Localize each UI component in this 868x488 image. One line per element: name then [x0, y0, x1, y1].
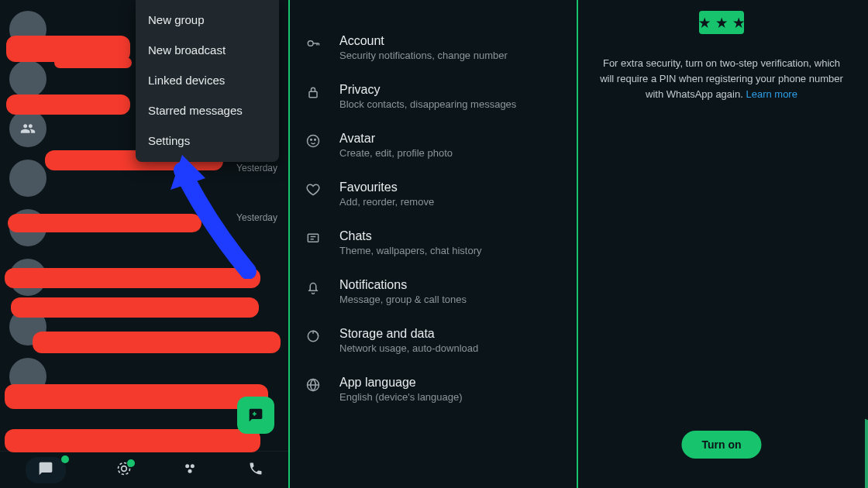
redaction: [6, 95, 130, 115]
redaction: [5, 268, 260, 288]
new-chat-fab[interactable]: [237, 397, 274, 434]
settings-sub: Security notifications, change number: [339, 50, 508, 61]
svg-point-7: [308, 136, 319, 147]
settings-sub: Network usage, auto-download: [339, 342, 478, 354]
menu-item-new-group[interactable]: New group: [136, 5, 279, 35]
redaction: [5, 429, 260, 452]
calls-icon: [248, 461, 264, 476]
turn-on-button[interactable]: Turn on: [681, 431, 761, 459]
globe-icon: [305, 377, 327, 396]
lock-icon: [305, 84, 327, 103]
chat-list-panel: Yesterday Yesterday: [0, 0, 288, 488]
menu-item-settings[interactable]: Settings: [136, 125, 279, 156]
two-step-description: For extra security, turn on two-step ver…: [578, 56, 865, 102]
settings-item-storage[interactable]: Storage and dataNetwork usage, auto-down…: [290, 316, 577, 365]
settings-title: Avatar: [339, 132, 453, 146]
redaction: [8, 214, 202, 232]
redaction: [5, 384, 268, 409]
settings-sub: Theme, wallpapers, chat history: [339, 245, 482, 256]
unread-dot: [127, 459, 135, 467]
heart-icon: [305, 182, 327, 201]
key-icon: [305, 36, 327, 54]
settings-sub: Block contacts, disappearing messages: [339, 98, 516, 110]
new-chat-icon: [248, 407, 264, 423]
redaction: [54, 57, 132, 68]
pin-star: ★: [733, 15, 744, 30]
svg-point-4: [188, 469, 191, 473]
chat-timestamp: Yesterday: [236, 212, 277, 223]
unread-dot: [61, 455, 69, 463]
pin-star: ★: [699, 15, 710, 30]
redaction: [11, 297, 259, 318]
settings-title: Storage and data: [339, 327, 478, 341]
avatar-icon: [305, 133, 327, 152]
settings-sub: Create, edit, profile photo: [339, 147, 453, 159]
svg-point-5: [308, 41, 313, 46]
pin-star: ★: [716, 15, 727, 30]
svg-point-9: [315, 139, 316, 141]
svg-rect-10: [308, 234, 318, 242]
settings-item-notifications[interactable]: NotificationsMessage, group & call tones: [290, 267, 577, 316]
nav-updates[interactable]: [116, 461, 132, 479]
menu-item-new-broadcast[interactable]: New broadcast: [136, 35, 279, 65]
overflow-menu: New group New broadcast Linked devices S…: [136, 0, 279, 162]
bottom-nav: [0, 451, 288, 488]
menu-item-linked-devices[interactable]: Linked devices: [136, 65, 279, 95]
nav-communities[interactable]: [182, 461, 198, 479]
svg-point-0: [121, 466, 126, 471]
avatar[interactable]: [9, 160, 46, 197]
settings-sub: Message, group & call tones: [339, 294, 467, 305]
settings-sub: English (device's language): [339, 391, 463, 403]
settings-item-account[interactable]: AccountSecurity notifications, change nu…: [290, 23, 577, 72]
two-step-panel: ★ ★ ★ For extra security, turn on two-st…: [577, 0, 865, 488]
redaction: [33, 332, 281, 353]
settings-title: Notifications: [339, 278, 467, 292]
chat-icon: [38, 461, 53, 476]
communities-icon: [182, 461, 198, 476]
nav-calls[interactable]: [248, 461, 264, 479]
settings-title: Favourites: [339, 180, 434, 194]
avatar[interactable]: [9, 110, 46, 147]
svg-point-2: [185, 464, 189, 468]
avatar[interactable]: [9, 60, 46, 98]
settings-item-chats[interactable]: ChatsTheme, wallpapers, chat history: [290, 218, 577, 267]
settings-title: Privacy: [339, 83, 516, 97]
svg-point-3: [190, 464, 194, 468]
settings-title: Account: [339, 34, 508, 48]
desc-text: For extra security, turn on two-step ver…: [600, 57, 843, 100]
svg-rect-6: [309, 91, 317, 98]
settings-panel: AccountSecurity notifications, change nu…: [288, 0, 577, 488]
settings-item-privacy[interactable]: PrivacyBlock contacts, disappearing mess…: [290, 72, 577, 121]
settings-item-language[interactable]: App languageEnglish (device's language): [290, 365, 577, 414]
storage-icon: [305, 328, 327, 347]
settings-sub: Add, reorder, remove: [339, 196, 434, 208]
chat-timestamp: Yesterday: [236, 163, 277, 174]
nav-chats[interactable]: [26, 457, 66, 483]
settings-title: Chats: [339, 229, 482, 243]
settings-list: AccountSecurity notifications, change nu…: [290, 0, 577, 414]
pin-chip: ★ ★ ★: [699, 11, 744, 34]
panels-container: Yesterday Yesterday: [0, 0, 868, 488]
chat-settings-icon: [305, 231, 327, 249]
settings-item-avatar[interactable]: AvatarCreate, edit, profile photo: [290, 121, 577, 170]
svg-point-8: [311, 139, 312, 141]
learn-more-link[interactable]: Learn more: [746, 88, 797, 100]
settings-item-favourites[interactable]: FavouritesAdd, reorder, remove: [290, 170, 577, 218]
bell-icon: [305, 280, 327, 298]
menu-item-starred[interactable]: Starred messages: [136, 95, 279, 125]
settings-title: App language: [339, 376, 463, 390]
